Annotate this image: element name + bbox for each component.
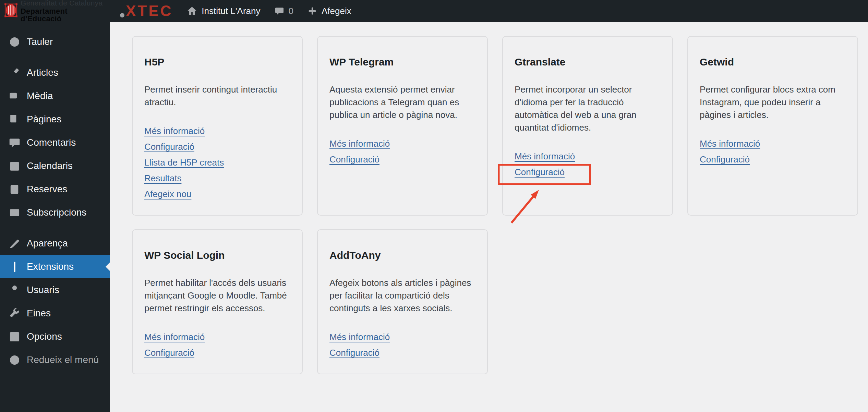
sidebar-item-subscripcions[interactable]: Subscripcions [0,201,110,224]
plus-icon [307,6,317,16]
card-links: Més informacióConfiguració [144,329,290,361]
calendar-icon: 31 [8,160,21,172]
link-h5p-mes-informacio[interactable]: Més informació [144,123,205,139]
menu-separator [0,224,110,232]
sidebar-item-calendaris[interactable]: 31 Calendaris [0,154,110,178]
card-title: H5P [144,55,290,69]
media-icon [8,90,21,102]
card-title: WP Telegram [329,55,475,69]
menu-separator [0,53,110,61]
sidebar-item-label: Reserves [27,184,67,195]
link-addtoany-mes-informacio[interactable]: Més informació [329,329,390,345]
departament-name: Departament d’Educació [21,8,110,23]
site-name-menu[interactable]: Institut L'Arany [186,5,260,16]
sidebar-item-label: Aparença [27,238,68,249]
link-h5p-resultats[interactable]: Resultats [144,170,181,186]
card-description: Permet habilitar l'accés dels usuaris mi… [144,277,290,315]
link-wp-telegram-configuracio[interactable]: Configuració [329,152,379,167]
link-h5p-configuracio[interactable]: Configuració [144,139,194,155]
sidebar-item-tauler[interactable]: Tauler [0,30,110,53]
wordpress-admin-screen: Generalitat de Catalunya Departament d’E… [0,0,868,412]
envelope-icon [8,206,21,219]
card-title: Gtranslate [515,55,661,69]
sidebar-item-label: Comentaris [27,137,76,148]
link-wp-social-login-configuracio[interactable]: Configuració [144,345,194,361]
sidebar-item-extensions[interactable]: Extensions [0,255,110,278]
admin-bar: Generalitat de Catalunya Departament d’E… [0,0,868,22]
link-getwid-mes-informacio[interactable]: Més informació [700,136,760,152]
sidebar-item-label: Redueix el menú [27,354,99,365]
sidebar-item-label: Eines [27,308,51,319]
generalitat-shield-icon [4,2,17,20]
dashboard-icon [8,36,21,48]
card-description: Aquesta extensió permet enviar publicaci… [329,83,475,121]
link-h5p-afegeix-nou[interactable]: Afegeix nou [144,186,191,202]
book-icon [8,183,21,196]
card-description: Permet inserir contingut interactiu atra… [144,83,290,109]
sidebar-menu: Tauler Articles Mèdia Pàgines Comentaris… [0,30,110,372]
card-gtranslate: Gtranslate Permet incorporar un selector… [502,36,673,216]
sidebar-item-aparenca[interactable]: Aparença [0,232,110,255]
sidebar-item-eines[interactable]: Eines [0,302,110,325]
link-addtoany-configuracio[interactable]: Configuració [329,345,379,361]
xtec-wordmark: XTEC [126,1,173,21]
new-content-menu[interactable]: Afegeix [307,6,351,16]
xtec-dot-icon [120,13,124,17]
collapse-icon [8,354,21,366]
sidebar-item-label: Mèdia [27,90,53,101]
card-description: Permet configurar blocs extra com Instag… [700,83,846,121]
user-icon [8,284,21,296]
card-title: Getwid [700,55,846,69]
sidebar-item-pagines[interactable]: Pàgines [0,108,110,131]
admin-sidebar: Tauler Articles Mèdia Pàgines Comentaris… [0,22,110,412]
card-wp-social-login: WP Social Login Permet habilitar l'accés… [132,229,303,374]
home-icon [186,5,197,16]
card-addtoany: AddToAny Afegeix botons als articles i p… [317,229,488,374]
link-gtranslate-configuracio-highlighted[interactable]: Configuració [515,164,565,180]
comment-icon [8,136,21,149]
sidebar-item-label: Articles [27,67,58,78]
sidebar-item-reserves[interactable]: Reserves [0,178,110,201]
link-getwid-configuracio[interactable]: Configuració [700,152,750,167]
card-h5p: H5P Permet inserir contingut interactiu … [132,36,303,216]
link-h5p-llista-de-h5p-creats[interactable]: Llista de H5P creats [144,155,224,170]
card-getwid: Getwid Permet configurar blocs extra com… [687,36,858,216]
site-name: Institut L'Arany [202,6,260,16]
new-content-label: Afegeix [322,6,351,16]
xtec-logo[interactable]: XTEC [120,1,173,21]
sidebar-item-label: Usuaris [27,284,59,295]
pushpin-icon [8,66,21,79]
card-links: Més informacióConfiguració [329,329,475,361]
paintbrush-icon [8,237,21,250]
sidebar-item-label: Calendaris [27,160,73,171]
sidebar-item-usuaris[interactable]: Usuaris [0,278,110,302]
comments-count: 0 [289,6,293,16]
comments-menu[interactable]: 0 [274,6,293,16]
generalitat-logo: Generalitat de Catalunya Departament d’E… [0,0,110,23]
card-links: Més informacióConfiguracióLlista de H5P … [144,123,290,202]
sliders-icon [8,330,21,343]
card-links: Més informacióConfiguració [329,136,475,167]
card-links: Més informacióConfiguració [700,136,846,167]
card-wp-telegram: WP Telegram Aquesta extensió permet envi… [317,36,488,216]
sidebar-item-label: Subscripcions [27,207,86,218]
card-links: Més informacióConfiguració [515,148,661,180]
link-wp-social-login-mes-informacio[interactable]: Més informació [144,329,205,345]
sidebar-item-comentaris[interactable]: Comentaris [0,131,110,154]
sidebar-item-opcions[interactable]: Opcions [0,325,110,348]
card-title: AddToAny [329,249,475,262]
card-title: WP Social Login [144,249,290,262]
card-description: Permet incorporar un selector d'idioma p… [515,83,661,134]
gear-icon [8,260,21,273]
sidebar-item-label: Opcions [27,331,62,342]
wrench-icon [8,307,21,320]
pages-icon [8,113,21,126]
sidebar-item-articles[interactable]: Articles [0,61,110,84]
link-wp-telegram-mes-informacio[interactable]: Més informació [329,136,390,152]
sidebar-item-label: Pàgines [27,114,61,125]
comment-bubble-icon [274,6,285,16]
sidebar-item-media[interactable]: Mèdia [0,84,110,108]
card-description: Afegeix botons als articles i pàgines pe… [329,277,475,315]
link-gtranslate-mes-informacio[interactable]: Més informació [515,148,575,164]
sidebar-item-redueix-el-menu[interactable]: Redueix el menú [0,348,110,372]
